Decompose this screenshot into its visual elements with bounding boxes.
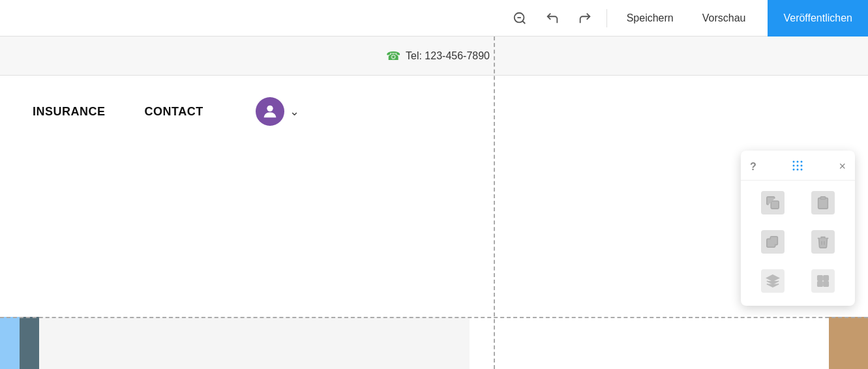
arrange-button[interactable] (801, 265, 845, 297)
user-avatar (256, 97, 284, 126)
toolbar: Speichern Vorschau Veröffentlichen (0, 0, 868, 37)
nav-item-contact[interactable]: CONTACT (145, 105, 203, 119)
dashed-vertical-guide (494, 37, 495, 369)
svg-point-4 (793, 161, 795, 163)
close-button[interactable]: × (839, 160, 846, 173)
copy-pages-icon (761, 191, 785, 214)
delete-icon (811, 230, 835, 254)
paste-pages-icon (811, 191, 835, 214)
zoom-out-button[interactable] (506, 7, 533, 29)
save-button[interactable]: Speichern (615, 8, 685, 28)
svg-point-9 (801, 165, 803, 167)
copy-content-icon (761, 230, 785, 254)
bottom-image-strip (0, 317, 496, 369)
strip-blue-light (0, 317, 20, 369)
phone-bar: ☎ Tel: 123-456-7890 (0, 37, 868, 76)
nav-item-insurance[interactable]: INSURANCE (33, 105, 106, 119)
svg-rect-18 (824, 276, 828, 280)
nav-bar: INSURANCE CONTACT ⌄ (0, 76, 868, 147)
svg-point-6 (801, 161, 803, 163)
layers-icon (761, 269, 785, 293)
publish-button[interactable]: Veröffentlichen (768, 0, 868, 37)
phone-text-group: ☎ Tel: 123-456-7890 (386, 49, 490, 63)
svg-point-11 (797, 169, 799, 171)
widget-action-grid (741, 187, 855, 297)
undo-button[interactable] (539, 7, 566, 29)
svg-rect-19 (818, 282, 822, 286)
dashed-horizontal-guide (0, 317, 868, 318)
copy-pages-button[interactable] (751, 187, 795, 218)
svg-line-1 (522, 21, 525, 23)
paste-pages-button[interactable] (801, 187, 845, 218)
strip-tan (829, 317, 868, 369)
svg-marker-16 (767, 275, 779, 281)
page-canvas: ☎ Tel: 123-456-7890 INSURANCE CONTACT ⌄ (0, 37, 868, 369)
copy-content-button[interactable] (751, 226, 795, 258)
help-button[interactable]: ? (750, 161, 756, 173)
svg-point-3 (267, 106, 273, 111)
svg-point-10 (793, 169, 795, 171)
strip-blue-dark (20, 317, 39, 369)
nav-chevron-icon: ⌄ (290, 104, 299, 119)
phone-icon: ☎ (386, 49, 400, 63)
toolbar-divider (606, 9, 607, 27)
svg-rect-14 (820, 197, 825, 199)
toolbar-icons: Speichern Vorschau (506, 7, 768, 29)
widget-panel: ? × (741, 151, 855, 306)
preview-button[interactable]: Vorschau (691, 8, 758, 28)
svg-point-7 (793, 165, 795, 167)
redo-button[interactable] (571, 7, 599, 29)
svg-point-12 (801, 169, 803, 171)
svg-point-8 (797, 165, 799, 167)
layers-button[interactable] (751, 265, 795, 297)
nav-user-group[interactable]: ⌄ (256, 97, 299, 126)
strip-white (39, 317, 470, 369)
svg-rect-20 (824, 282, 828, 286)
grid-dots-icon[interactable] (792, 160, 803, 173)
svg-rect-13 (771, 201, 779, 209)
delete-button[interactable] (801, 226, 845, 258)
widget-panel-header: ? × (741, 157, 855, 181)
svg-rect-17 (818, 276, 822, 280)
canvas-area: ☎ Tel: 123-456-7890 INSURANCE CONTACT ⌄ (0, 37, 868, 369)
phone-number: Tel: 123-456-7890 (406, 50, 490, 62)
svg-point-5 (797, 161, 799, 163)
arrange-icon (811, 269, 835, 293)
